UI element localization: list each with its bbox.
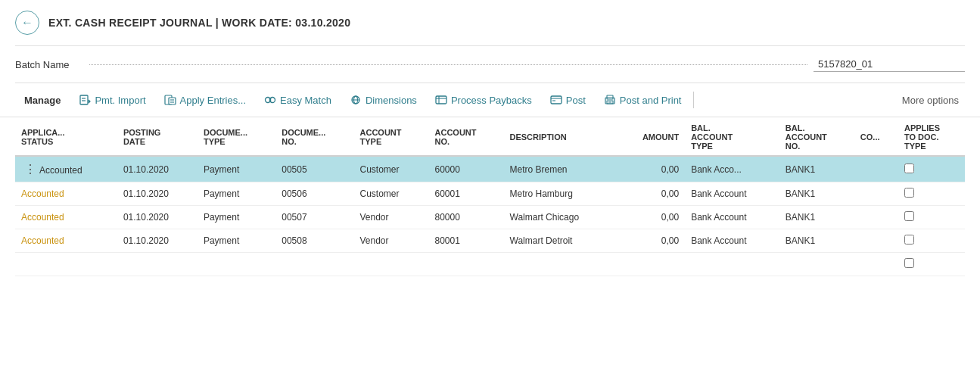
cell-description: Metro Hamburg: [504, 182, 618, 206]
col-doc-no: DOCUME...NO.: [275, 117, 353, 156]
toolbar-post[interactable]: Post: [541, 89, 595, 111]
cell-account-no: 60000: [429, 156, 504, 182]
apply-entries-label: Apply Entries...: [180, 95, 246, 106]
cell-account-no: 80000: [429, 206, 504, 229]
cell-bal-account-no: BANK1: [779, 156, 854, 182]
toolbar-apply-entries[interactable]: Apply Entries...: [155, 89, 255, 111]
cell-doc-type: Payment: [198, 182, 275, 206]
applies-to-checkbox[interactable]: [904, 211, 914, 221]
post-icon: [550, 94, 562, 106]
applies-to-checkbox[interactable]: [904, 188, 914, 198]
col-bal-account-no: BAL.ACCOUNTNO.: [779, 117, 854, 156]
cell-applies-to: [898, 182, 965, 206]
col-co: CO...: [854, 117, 898, 156]
cell-co: [854, 156, 898, 182]
cell-bal-account-type: Bank Account: [685, 229, 779, 253]
cell-doc-no: 00507: [275, 206, 353, 229]
toolbar-easy-match[interactable]: Easy Match: [255, 89, 341, 111]
table-row[interactable]: Accounted01.10.2020Payment00507Vendor800…: [15, 206, 965, 229]
cell-posting-date: 01.10.2020: [117, 156, 198, 182]
cell-account-type: Vendor: [354, 229, 429, 253]
data-table: APPLICA...STATUS POSTINGDATE DOCUME...TY…: [15, 117, 965, 276]
post-print-icon: [604, 94, 616, 106]
pmt-import-icon: [79, 94, 91, 106]
toolbar: Manage Pmt. Import Apply Entries... Easy…: [0, 83, 980, 117]
cell-bal-account-no: BANK1: [779, 182, 854, 206]
easy-match-label: Easy Match: [280, 95, 331, 106]
cell-bal-account-type: Bank Acco...: [685, 156, 779, 182]
cell-applies-to: [898, 206, 965, 229]
process-paybacks-label: Process Paybacks: [451, 95, 532, 106]
col-amount: AMOUNT: [618, 117, 686, 156]
cell-description: Walmart Detroit: [504, 229, 618, 253]
cell-amount: 0,00: [618, 206, 686, 229]
cell-account-type: Vendor: [354, 206, 429, 229]
cell-posting-date: 01.10.2020: [117, 206, 198, 229]
cell-co: [854, 206, 898, 229]
dimensions-icon: [350, 94, 362, 106]
row-menu-icon[interactable]: ⋮: [21, 163, 39, 176]
toolbar-dimensions[interactable]: Dimensions: [341, 89, 426, 111]
toolbar-post-and-print[interactable]: Post and Print: [595, 89, 691, 111]
cell-account-type: Customer: [354, 156, 429, 182]
cell-co: [854, 182, 898, 206]
cell-bal-account-type: Bank Account: [685, 206, 779, 229]
header-bar: ← EXT. CASH RECEIPT JOURNAL | WORK DATE:…: [0, 0, 980, 45]
table-row[interactable]: Accounted01.10.2020Payment00508Vendor800…: [15, 229, 965, 253]
cell-posting-date: 01.10.2020: [117, 182, 198, 206]
status-text: Accounted: [21, 188, 64, 199]
col-posting-date: POSTINGDATE: [117, 117, 198, 156]
post-and-print-label: Post and Print: [620, 95, 682, 106]
table-row[interactable]: ⋮Accounted01.10.2020Payment00505Customer…: [15, 156, 965, 182]
table-header-row: APPLICA...STATUS POSTINGDATE DOCUME...TY…: [15, 117, 965, 156]
col-bal-account-type: BAL.ACCOUNTTYPE: [685, 117, 779, 156]
back-button[interactable]: ←: [15, 11, 39, 35]
pmt-import-label: Pmt. Import: [95, 95, 145, 106]
cell-status: Accounted: [15, 182, 117, 206]
table-empty-row: [15, 253, 965, 276]
table-row[interactable]: Accounted01.10.2020Payment00506Customer6…: [15, 182, 965, 206]
toolbar-pmt-import[interactable]: Pmt. Import: [70, 89, 154, 111]
empty-row-checkbox[interactable]: [904, 258, 914, 268]
cell-amount: 0,00: [618, 156, 686, 182]
batch-dots: [89, 64, 807, 65]
cell-status: Accounted: [15, 229, 117, 253]
toolbar-separator: [693, 92, 694, 108]
toolbar-more-options[interactable]: More options: [896, 90, 965, 111]
applies-to-checkbox[interactable]: [904, 164, 914, 173]
cell-doc-type: Payment: [198, 156, 275, 182]
toolbar-process-paybacks[interactable]: Process Paybacks: [426, 89, 541, 111]
cell-bal-account-no: BANK1: [779, 206, 854, 229]
cell-posting-date: 01.10.2020: [117, 229, 198, 253]
cell-amount: 0,00: [618, 182, 686, 206]
cell-doc-type: Payment: [198, 206, 275, 229]
page-title: EXT. CASH RECEIPT JOURNAL | WORK DATE: 0…: [48, 17, 350, 29]
cell-description: Walmart Chicago: [504, 206, 618, 229]
post-label: Post: [566, 95, 586, 106]
col-account-type: ACCOUNTTYPE: [354, 117, 429, 156]
cell-status: Accounted: [15, 206, 117, 229]
cell-amount: 0,00: [618, 229, 686, 253]
batch-row: Batch Name: [0, 46, 980, 83]
svg-rect-5: [169, 98, 176, 104]
status-text: Accounted: [21, 212, 64, 223]
status-text: Accounted: [39, 165, 82, 176]
svg-rect-16: [551, 96, 562, 104]
cell-co: [854, 229, 898, 253]
cell-account-no: 80001: [429, 229, 504, 253]
batch-label: Batch Name: [15, 59, 83, 70]
table-container: APPLICA...STATUS POSTINGDATE DOCUME...TY…: [0, 117, 980, 276]
col-applies-to: APPLIESTO DOC.TYPE: [898, 117, 965, 156]
cell-account-no: 60001: [429, 182, 504, 206]
cell-doc-no: 00505: [275, 156, 353, 182]
cell-bal-account-no: BANK1: [779, 229, 854, 253]
applies-to-checkbox[interactable]: [904, 235, 914, 245]
toolbar-manage: Manage: [15, 90, 70, 111]
col-status: APPLICA...STATUS: [15, 117, 117, 156]
batch-name-input[interactable]: [814, 57, 965, 72]
cell-account-type: Customer: [354, 182, 429, 206]
cell-bal-account-type: Bank Account: [685, 182, 779, 206]
apply-entries-icon: [164, 94, 176, 106]
svg-rect-0: [80, 95, 88, 104]
cell-doc-type: Payment: [198, 229, 275, 253]
